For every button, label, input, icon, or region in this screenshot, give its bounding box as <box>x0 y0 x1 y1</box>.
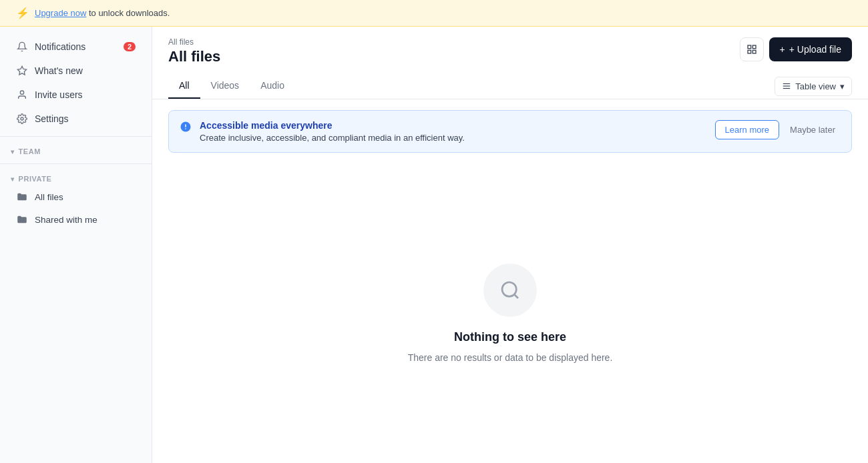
folder-icon <box>16 191 28 203</box>
table-view-icon <box>782 81 791 91</box>
sidebar-item-settings[interactable]: Settings <box>5 107 146 130</box>
content-header: All files All files + + Upload file <box>152 27 868 65</box>
private-chevron-icon: ▾ <box>11 175 15 183</box>
svg-rect-4 <box>752 45 756 49</box>
banner-text: Upgrade now to unlock downloads. <box>35 8 170 18</box>
tab-all[interactable]: All <box>168 73 200 99</box>
upload-file-label: + Upload file <box>789 44 841 55</box>
notification-actions: Learn more Maybe later <box>715 120 841 139</box>
search-icon <box>499 280 521 301</box>
learn-more-button[interactable]: Learn more <box>715 120 779 139</box>
sidebar-item-invite-users[interactable]: Invite users <box>5 83 146 106</box>
grid-view-button[interactable] <box>740 37 764 61</box>
svg-point-1 <box>20 91 23 94</box>
upload-file-button[interactable]: + + Upload file <box>769 37 852 61</box>
sidebar-section-private[interactable]: ▾ PRIVATE <box>0 169 152 185</box>
notification-title: Accessible media everywhere <box>200 120 707 131</box>
content-area: All files All files + + Upload file <box>152 27 868 463</box>
svg-line-12 <box>514 294 518 298</box>
upgrade-banner: ⚡ Upgrade now to unlock downloads. <box>0 0 868 27</box>
all-files-label: All files <box>35 192 63 202</box>
page-title: All files <box>168 48 220 65</box>
notifications-badge: 2 <box>124 42 136 51</box>
notification-content: Accessible media everywhere Create inclu… <box>200 120 707 143</box>
sidebar-divider-2 <box>0 163 152 164</box>
sidebar-invite-label: Invite users <box>35 89 83 100</box>
notification-desc: Create inclusive, accessible, and compli… <box>200 133 707 143</box>
table-view-label: Table view <box>795 81 836 91</box>
sidebar-section-team[interactable]: ▾ TEAM <box>0 142 152 158</box>
info-icon <box>180 121 192 136</box>
sidebar-item-whats-new[interactable]: What's new <box>5 59 146 82</box>
sparkle-icon <box>16 65 28 77</box>
empty-state-title: Nothing to see here <box>454 330 566 344</box>
maybe-later-button[interactable]: Maybe later <box>785 121 841 139</box>
svg-point-11 <box>502 282 516 296</box>
sidebar-whats-new-label: What's new <box>35 65 83 76</box>
bell-icon <box>16 41 28 53</box>
tabs-container: All Videos Audio Table view ▾ <box>152 73 868 99</box>
sidebar-divider-1 <box>0 136 152 137</box>
user-icon <box>16 89 28 101</box>
sidebar-item-shared-with-me[interactable]: Shared with me <box>5 209 146 230</box>
sidebar-item-all-files[interactable]: All files <box>5 186 146 207</box>
upload-plus-icon: + <box>780 44 785 55</box>
svg-rect-3 <box>748 45 751 49</box>
team-section-label: TEAM <box>19 147 41 155</box>
lightning-icon: ⚡ <box>16 7 29 19</box>
private-section-label: PRIVATE <box>19 175 52 183</box>
notification-banner: Accessible media everywhere Create inclu… <box>168 110 852 153</box>
empty-state: Nothing to see here There are no results… <box>152 163 868 463</box>
table-view-button[interactable]: Table view ▾ <box>775 77 852 96</box>
empty-state-icon-container <box>483 264 537 317</box>
svg-point-2 <box>21 117 23 120</box>
shared-folder-icon <box>16 213 28 225</box>
svg-rect-6 <box>752 50 756 53</box>
upgrade-link[interactable]: Upgrade now <box>35 8 86 18</box>
sidebar-item-notifications[interactable]: Notifications 2 <box>5 35 146 58</box>
sidebar: Notifications 2 What's new Invite users <box>0 27 152 463</box>
breadcrumb: All files <box>168 37 220 47</box>
gear-icon <box>16 113 28 125</box>
empty-state-desc: There are no results or data to be displ… <box>408 352 613 363</box>
breadcrumb-area: All files All files <box>168 37 220 65</box>
team-chevron-icon: ▾ <box>11 148 15 155</box>
sidebar-notifications-label: Notifications <box>35 41 85 52</box>
sidebar-settings-label: Settings <box>35 113 69 124</box>
svg-rect-5 <box>748 50 751 53</box>
svg-marker-0 <box>17 66 26 75</box>
tab-videos[interactable]: Videos <box>200 73 250 99</box>
shared-with-me-label: Shared with me <box>35 215 97 225</box>
tab-audio[interactable]: Audio <box>250 73 295 99</box>
header-actions: + + Upload file <box>740 37 852 61</box>
tabs: All Videos Audio <box>168 73 295 99</box>
table-view-chevron-icon: ▾ <box>840 81 845 91</box>
